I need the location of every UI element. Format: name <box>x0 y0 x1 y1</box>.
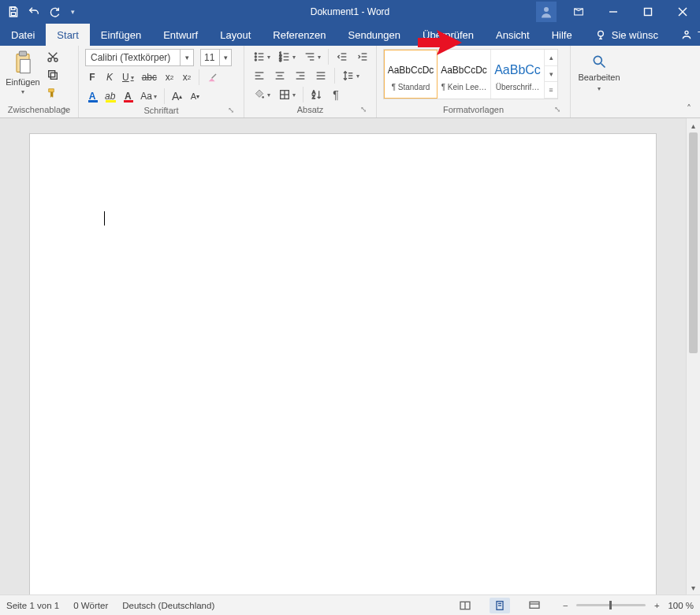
title-bar: ▾ Dokument1 - Word <box>0 0 700 24</box>
svg-text:Z: Z <box>312 95 315 99</box>
clear-formatting-button[interactable] <box>204 69 222 85</box>
group-clipboard: Einfügen ▾ Zwischenablage⤡ <box>0 46 79 117</box>
undo-icon[interactable] <box>27 5 41 19</box>
editing-button[interactable]: Bearbeiten ▾ <box>577 49 621 92</box>
font-group-label: Schriftart <box>143 106 178 115</box>
group-styles: AaBbCcDc ¶ Standard AaBbCcDc ¶ Kein Lee…… <box>377 46 571 117</box>
underline-button[interactable]: U <box>120 69 136 85</box>
tab-mailings[interactable]: Sendungen <box>337 24 412 46</box>
superscript-button[interactable]: x2 <box>180 69 194 85</box>
italic-button[interactable]: K <box>102 69 117 85</box>
read-mode-icon[interactable] <box>455 598 475 613</box>
borders-button[interactable] <box>276 87 298 102</box>
multilevel-list-button[interactable] <box>301 49 323 65</box>
maximize-button[interactable] <box>631 0 665 24</box>
minimize-button[interactable] <box>596 0 631 24</box>
decrease-indent-button[interactable] <box>333 49 351 65</box>
tab-layout[interactable]: Layout <box>209 24 262 46</box>
tab-home[interactable]: Start <box>46 24 89 46</box>
group-editing: Bearbeiten ▾ <box>571 46 627 117</box>
ribbon: Einfügen ▾ Zwischenablage⤡ Calibri (Text… <box>0 46 700 118</box>
group-paragraph: 123 AZ ¶ Absatz⤡ <box>244 46 377 117</box>
style-item-no-spacing[interactable]: AaBbCcDc ¶ Kein Lee… <box>438 50 491 99</box>
web-layout-icon[interactable] <box>524 598 545 613</box>
justify-button[interactable] <box>312 68 330 84</box>
styles-launcher-icon[interactable]: ⤡ <box>553 105 562 114</box>
gallery-down-icon[interactable]: ▾ <box>545 66 557 83</box>
format-painter-button[interactable] <box>44 85 61 101</box>
qat-customize-icon[interactable]: ▾ <box>71 8 75 16</box>
gallery-up-icon[interactable]: ▴ <box>545 50 557 66</box>
cut-button[interactable] <box>44 49 61 65</box>
grow-font-button[interactable]: A▴ <box>169 88 184 104</box>
status-words[interactable]: 0 Wörter <box>73 601 108 610</box>
zoom-slider-thumb[interactable] <box>609 601 612 609</box>
bullets-button[interactable] <box>251 49 273 65</box>
document-page[interactable] <box>30 134 656 594</box>
scroll-down-icon[interactable]: ▾ <box>687 580 700 594</box>
sort-button[interactable]: AZ <box>308 87 326 102</box>
subscript-button[interactable]: x2 <box>162 69 177 85</box>
status-language[interactable]: Deutsch (Deutschland) <box>122 601 214 610</box>
scroll-up-icon[interactable]: ▴ <box>687 118 700 132</box>
editing-label: Bearbeiten <box>578 73 620 82</box>
tab-references[interactable]: Referenzen <box>262 24 337 46</box>
zoom-out-button[interactable]: − <box>559 599 572 612</box>
font-family-value: Calibri (Textkörper) <box>86 50 181 65</box>
tab-design[interactable]: Entwurf <box>152 24 209 46</box>
shrink-font-button[interactable]: A▾ <box>188 88 202 104</box>
align-right-button[interactable] <box>292 68 309 84</box>
paragraph-launcher-icon[interactable]: ⤡ <box>359 105 368 114</box>
account-avatar[interactable] <box>536 2 557 22</box>
vertical-scrollbar[interactable]: ▴ ▾ <box>686 118 700 594</box>
tab-file[interactable]: Datei <box>0 24 46 46</box>
numbering-button[interactable]: 123 <box>276 49 298 65</box>
font-color-button[interactable]: A <box>121 88 135 104</box>
svg-point-8 <box>598 31 603 36</box>
show-marks-button[interactable]: ¶ <box>329 87 343 102</box>
strikethrough-button[interactable]: abc <box>140 69 159 85</box>
tab-tell-me[interactable]: Sie wünsc <box>583 24 669 46</box>
style-item-heading1[interactable]: AaBbCc Überschrif… <box>491 50 545 99</box>
style-item-standard[interactable]: AaBbCcDc ¶ Standard <box>384 50 438 99</box>
copy-button[interactable] <box>44 67 61 83</box>
save-icon[interactable] <box>6 5 20 19</box>
chevron-down-icon[interactable]: ▾ <box>181 50 193 65</box>
svg-rect-5 <box>645 9 652 16</box>
close-button[interactable] <box>665 0 700 24</box>
align-center-button[interactable] <box>271 68 289 84</box>
zoom-value[interactable]: 100 % <box>668 601 694 610</box>
font-launcher-icon[interactable]: ⤡ <box>226 106 236 115</box>
font-family-combo[interactable]: Calibri (Textkörper) ▾ <box>85 49 194 66</box>
tab-review[interactable]: Überprüfen <box>411 24 485 46</box>
status-page[interactable]: Seite 1 von 1 <box>6 601 59 610</box>
tab-share[interactable]: Teilen <box>669 24 700 46</box>
zoom-slider[interactable] <box>576 604 646 606</box>
clipboard-launcher-icon[interactable]: ⤡ <box>61 105 70 114</box>
font-size-combo[interactable]: 11 ▾ <box>200 49 232 66</box>
page-scroll-area[interactable] <box>0 118 686 594</box>
zoom-in-button[interactable]: + <box>650 599 663 612</box>
svg-point-57 <box>262 96 264 99</box>
shading-button[interactable] <box>251 87 273 102</box>
print-layout-icon[interactable] <box>490 598 510 613</box>
redo-icon[interactable] <box>47 5 61 19</box>
scroll-track[interactable] <box>687 132 700 580</box>
paste-button[interactable]: Einfügen ▾ <box>6 49 39 95</box>
collapse-ribbon-icon[interactable]: ˄ <box>683 102 695 115</box>
scroll-thumb[interactable] <box>689 132 698 353</box>
highlight-button[interactable]: ab <box>102 88 117 104</box>
tab-view[interactable]: Ansicht <box>485 24 541 46</box>
increase-indent-button[interactable] <box>354 49 371 65</box>
change-case-button[interactable]: Aa <box>138 88 159 104</box>
svg-rect-1 <box>11 13 15 16</box>
align-left-button[interactable] <box>251 68 268 84</box>
ribbon-display-options-icon[interactable] <box>561 0 596 24</box>
gallery-more-icon[interactable]: ≡ <box>545 82 557 99</box>
tab-help[interactable]: Hilfe <box>541 24 583 46</box>
tab-insert[interactable]: Einfügen <box>90 24 152 46</box>
line-spacing-button[interactable] <box>340 68 362 84</box>
chevron-down-icon[interactable]: ▾ <box>220 50 231 65</box>
bold-button[interactable]: F <box>85 69 99 85</box>
text-effects-button[interactable]: A <box>85 88 99 104</box>
